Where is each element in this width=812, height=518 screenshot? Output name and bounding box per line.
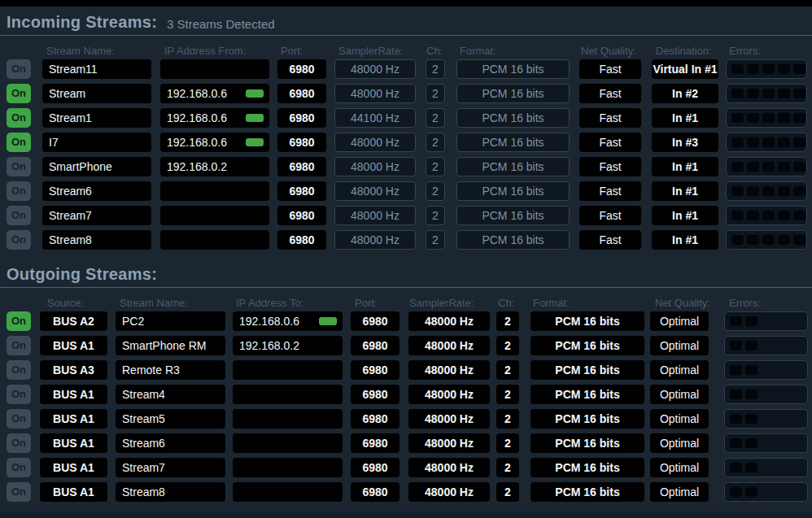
stream-on-button[interactable]: On [7,157,31,176]
stream-name-input[interactable] [116,336,225,355]
stream-on-button[interactable]: On [7,458,31,477]
destination-selector[interactable]: In #2 [652,84,718,103]
stream-on-button[interactable]: On [7,59,31,79]
stream-name-input[interactable] [116,311,225,331]
stream-on-button[interactable]: On [7,230,31,250]
format-field[interactable]: PCM 16 bits [530,360,644,380]
samplerate-field[interactable]: 48000 Hz [408,458,490,477]
channels-field[interactable]: 2 [496,433,519,453]
stream-name-input[interactable] [116,409,225,429]
channels-field[interactable]: 2 [496,482,519,502]
destination-selector[interactable]: In #1 [652,108,718,128]
ip-address-field[interactable] [233,482,343,502]
samplerate-field[interactable]: 48000 Hz [408,482,490,502]
format-field[interactable]: PCM 16 bits [530,482,644,502]
ip-address-field[interactable]: 192.168.0.6 [160,108,269,128]
source-selector[interactable]: BUS A1 [40,482,107,502]
ip-address-field[interactable] [160,206,269,225]
port-field[interactable]: 6980 [351,482,399,502]
destination-selector[interactable]: Virtual In #1 [652,59,718,79]
port-field[interactable]: 6980 [277,133,326,152]
port-field[interactable]: 6980 [351,385,399,404]
port-field[interactable]: 6980 [351,360,399,380]
format-field[interactable]: PCM 16 bits [530,336,644,355]
stream-on-button[interactable]: On [7,433,31,453]
ip-address-field[interactable] [160,181,269,201]
ip-address-field[interactable]: 192.168.0.2 [233,336,343,355]
channels-field[interactable]: 2 [496,409,519,429]
stream-on-button[interactable]: On [7,84,31,103]
ip-address-field[interactable] [233,433,343,453]
samplerate-field[interactable]: 48000 Hz [408,360,490,380]
stream-on-button[interactable]: On [7,311,31,331]
stream-name-input[interactable] [42,157,151,176]
samplerate-field[interactable]: 48000 Hz [408,311,490,331]
ip-address-field[interactable] [233,385,343,404]
ip-address-field[interactable] [233,409,343,429]
channels-field[interactable]: 2 [496,336,519,355]
destination-selector[interactable]: In #3 [652,133,718,152]
stream-on-button[interactable]: On [7,482,31,502]
port-field[interactable]: 6980 [277,230,326,250]
stream-name-input[interactable] [42,206,151,225]
stream-on-button[interactable]: On [7,181,31,201]
samplerate-field[interactable]: 48000 Hz [408,433,490,453]
destination-selector[interactable]: In #1 [652,206,718,225]
source-selector[interactable]: BUS A1 [40,409,107,429]
port-field[interactable]: 6980 [351,433,399,453]
destination-selector[interactable]: In #1 [652,181,718,201]
stream-name-input[interactable] [116,458,225,477]
stream-on-button[interactable]: On [7,385,31,404]
stream-name-input[interactable] [42,59,151,79]
ip-address-field[interactable] [160,230,269,250]
channels-field[interactable]: 2 [496,311,519,331]
stream-on-button[interactable]: On [7,108,31,128]
port-field[interactable]: 6980 [277,108,326,128]
ip-address-field[interactable] [233,458,343,477]
source-selector[interactable]: BUS A3 [40,360,107,380]
ip-address-field[interactable] [160,59,269,79]
port-field[interactable]: 6980 [277,206,326,225]
port-field[interactable]: 6980 [351,458,399,477]
stream-name-input[interactable] [116,482,225,502]
stream-name-input[interactable] [42,181,151,201]
port-field[interactable]: 6980 [351,336,399,355]
stream-name-input[interactable] [42,230,151,250]
stream-on-button[interactable]: On [7,360,31,380]
source-selector[interactable]: BUS A1 [40,385,107,404]
stream-on-button[interactable]: On [7,336,31,355]
ip-address-field[interactable]: 192.168.0.2 [160,157,269,176]
destination-selector[interactable]: In #1 [652,230,718,250]
samplerate-field[interactable]: 48000 Hz [408,409,490,429]
source-selector[interactable]: BUS A1 [40,336,107,355]
port-field[interactable]: 6980 [277,59,326,79]
port-field[interactable]: 6980 [351,409,399,429]
channels-field[interactable]: 2 [496,458,519,477]
stream-on-button[interactable]: On [7,206,31,225]
samplerate-field[interactable]: 48000 Hz [408,336,490,355]
format-field[interactable]: PCM 16 bits [530,409,644,429]
source-selector[interactable]: BUS A1 [40,433,107,453]
stream-name-input[interactable] [42,108,151,128]
port-field[interactable]: 6980 [351,311,399,331]
ip-address-field[interactable]: 192.168.0.6 [160,84,269,103]
destination-selector[interactable]: In #1 [652,157,718,176]
source-selector[interactable]: BUS A2 [40,311,107,331]
stream-name-input[interactable] [116,385,225,404]
format-field[interactable]: PCM 16 bits [530,433,644,453]
format-field[interactable]: PCM 16 bits [530,458,644,477]
source-selector[interactable]: BUS A1 [40,458,107,477]
port-field[interactable]: 6980 [277,84,326,103]
channels-field[interactable]: 2 [496,385,519,404]
format-field[interactable]: PCM 16 bits [530,311,644,331]
ip-address-field[interactable]: 192.168.0.6 [160,133,269,152]
samplerate-field[interactable]: 48000 Hz [408,385,490,404]
port-field[interactable]: 6980 [277,157,326,176]
channels-field[interactable]: 2 [496,360,519,380]
stream-on-button[interactable]: On [7,133,31,152]
ip-address-field[interactable] [233,360,343,380]
ip-address-field[interactable]: 192.168.0.6 [233,311,343,331]
format-field[interactable]: PCM 16 bits [530,385,644,404]
stream-name-input[interactable] [42,84,151,103]
stream-on-button[interactable]: On [7,409,31,429]
